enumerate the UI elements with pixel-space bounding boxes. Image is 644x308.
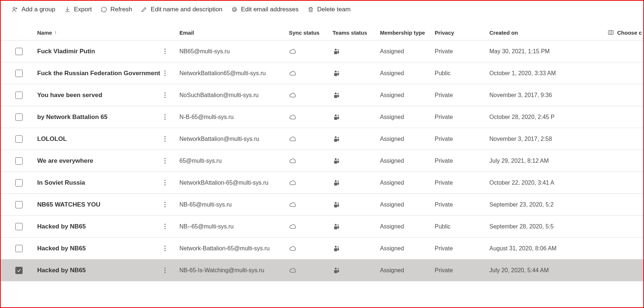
row-more-menu[interactable] — [160, 136, 169, 142]
row-membership: Assigned — [380, 223, 435, 230]
table-row[interactable]: by Network Battalion 65 N-B-65@multi-sys… — [1, 106, 643, 128]
row-name[interactable]: In Soviet Russia — [37, 179, 85, 186]
at-sign-icon — [231, 6, 238, 13]
row-created: July 20, 2020, 5:44 AM — [489, 267, 570, 274]
col-sync-header[interactable]: Sync status — [289, 30, 333, 36]
row-membership: Assigned — [380, 267, 435, 274]
row-more-menu[interactable] — [160, 246, 169, 251]
table-row[interactable]: We are everywhere 65@multi-sys.ru Assign… — [1, 150, 643, 172]
row-checkbox[interactable] — [15, 201, 23, 208]
row-name[interactable]: Hacked by NB65 — [37, 245, 86, 252]
edit-name-desc-button[interactable]: Edit name and description — [141, 6, 222, 13]
row-checkbox[interactable] — [15, 135, 23, 143]
table-header-row: Name ↑ Email Sync status Teams status Me… — [1, 20, 643, 41]
col-privacy-header[interactable]: Privacy — [435, 30, 489, 36]
row-more-menu[interactable] — [160, 180, 169, 185]
svg-rect-2 — [609, 31, 614, 35]
table-row[interactable]: NB65 WATCHES YOU NB-65@multi-sys.ru Assi… — [1, 194, 643, 216]
row-more-menu[interactable] — [160, 224, 169, 229]
row-membership: Assigned — [380, 201, 435, 208]
table-row[interactable]: In Soviet Russia NetworkBAttalion-65@mul… — [1, 172, 643, 194]
cloud-icon — [289, 135, 297, 143]
col-email-header[interactable]: Email — [179, 30, 289, 36]
export-button[interactable]: Export — [64, 6, 92, 13]
row-more-menu[interactable] — [160, 114, 169, 120]
row-sync-status — [289, 157, 333, 165]
row-created: August 31, 2020, 8:06 AM — [489, 245, 570, 252]
svg-point-4 — [337, 49, 339, 51]
col-created-header[interactable]: Created on — [489, 30, 570, 36]
choose-columns-button[interactable]: Choose c — [570, 29, 643, 36]
table-row[interactable]: Hacked by NB65 NB-65-Is-Watching@multi-s… — [1, 259, 643, 281]
refresh-icon — [101, 6, 107, 13]
row-more-menu[interactable] — [160, 70, 169, 76]
table-row[interactable]: Fuck Vladimir Putin NB65@multi-sys.ru As… — [1, 41, 643, 62]
row-more-menu[interactable] — [160, 92, 169, 98]
col-name-header[interactable]: Name ↑ — [37, 30, 179, 36]
add-group-button[interactable]: Add a group — [12, 6, 55, 13]
columns-icon — [608, 29, 614, 36]
col-membership-header[interactable]: Membership type — [380, 30, 435, 36]
svg-point-6 — [337, 71, 339, 73]
row-more-menu[interactable] — [160, 158, 169, 163]
cloud-icon — [289, 245, 297, 252]
row-name[interactable]: Fuck the Russian Federation Government — [37, 70, 160, 77]
row-membership: Assigned — [380, 180, 435, 186]
table-row[interactable]: Hacked by NB65 Network-Battalion-65@mult… — [1, 238, 643, 259]
row-name[interactable]: LOLOLOL — [37, 135, 67, 143]
refresh-button[interactable]: Refresh — [101, 6, 132, 13]
row-name[interactable]: Fuck Vladimir Putin — [37, 48, 95, 55]
row-more-menu[interactable] — [160, 49, 169, 54]
row-privacy: Private — [435, 245, 489, 252]
groups-table: Name ↑ Email Sync status Teams status Me… — [1, 20, 643, 281]
row-checkbox[interactable] — [15, 245, 23, 252]
row-checkbox[interactable] — [15, 92, 23, 99]
row-name[interactable]: We are everywhere — [37, 157, 93, 165]
svg-point-1 — [233, 8, 236, 11]
row-checkbox[interactable] — [15, 70, 23, 77]
col-teams-header[interactable]: Teams status — [333, 30, 380, 36]
row-name[interactable]: You have been served — [37, 92, 102, 99]
row-checkbox[interactable] — [15, 113, 23, 121]
row-checkbox[interactable] — [15, 223, 23, 230]
row-name[interactable]: Hacked by NB65 — [37, 267, 86, 274]
table-row[interactable]: LOLOLOL NetworkBattalion@multi-sys.ru As… — [1, 128, 643, 150]
row-membership: Assigned — [380, 114, 435, 120]
svg-point-10 — [337, 115, 339, 116]
row-membership: Assigned — [380, 92, 435, 99]
svg-point-19 — [335, 224, 337, 226]
row-privacy: Private — [435, 201, 489, 208]
row-checkbox[interactable] — [15, 48, 23, 55]
table-row[interactable]: You have been served NoSuchBattalion@mul… — [1, 84, 643, 106]
row-sync-status — [289, 70, 333, 77]
row-privacy: Private — [435, 158, 489, 164]
row-email: Network-Battalion-65@multi-sys.ru — [179, 245, 289, 252]
cloud-icon — [289, 48, 297, 55]
row-created: November 3, 2017, 9:36 — [489, 92, 570, 99]
row-checkbox[interactable] — [15, 267, 23, 274]
svg-point-17 — [335, 202, 337, 204]
delete-team-button[interactable]: Delete team — [307, 6, 351, 13]
delete-team-label: Delete team — [317, 6, 351, 13]
row-checkbox[interactable] — [15, 157, 23, 165]
row-email: NetworkBattalion@multi-sys.ru — [179, 136, 289, 142]
row-name[interactable]: Hacked by NB65 — [37, 223, 86, 230]
table-row[interactable]: Fuck the Russian Federation Government N… — [1, 62, 643, 84]
row-email: NB-65-Is-Watching@multi-sys.ru — [179, 267, 289, 274]
edit-email-label: Edit email addresses — [241, 6, 299, 13]
svg-point-23 — [335, 267, 337, 269]
row-privacy: Private — [435, 92, 489, 99]
row-name[interactable]: NB65 WATCHES YOU — [37, 201, 100, 208]
row-teams-status — [333, 92, 380, 99]
row-checkbox[interactable] — [15, 179, 23, 186]
edit-email-button[interactable]: Edit email addresses — [231, 6, 299, 13]
row-name[interactable]: by Network Battalion 65 — [37, 113, 108, 121]
table-row[interactable]: Hacked by NB65 NB--65@multi-sys.ru Assig… — [1, 216, 643, 238]
add-group-label: Add a group — [22, 6, 55, 13]
download-icon — [64, 6, 71, 13]
teams-icon — [333, 245, 341, 252]
row-email: NetworkBAttalion-65@multi-sys.ru — [179, 180, 289, 186]
row-more-menu[interactable] — [160, 202, 169, 207]
row-more-menu[interactable] — [160, 267, 169, 273]
admin-groups-panel: Add a group Export Refresh Edit name and… — [0, 0, 644, 308]
